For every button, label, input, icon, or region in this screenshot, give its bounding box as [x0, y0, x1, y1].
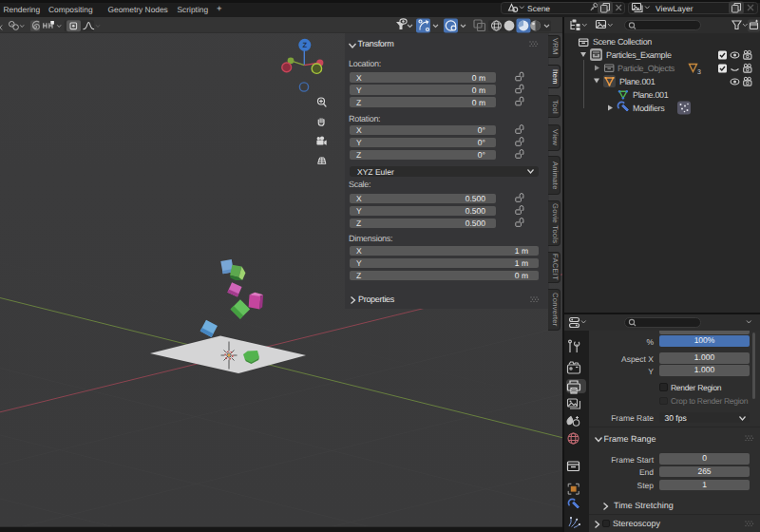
svg-text:Z: Z	[303, 41, 308, 49]
svg-text:3: 3	[697, 69, 701, 76]
